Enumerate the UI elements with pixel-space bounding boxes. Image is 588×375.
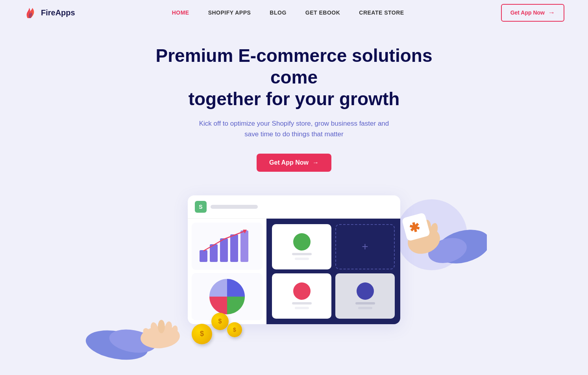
bar-chart-box (192, 223, 263, 270)
dashboard-card: S (188, 195, 400, 324)
hero-subtitle: Kick off to optimize your Shopify store,… (196, 118, 392, 139)
hero-cta-arrow: → (312, 159, 319, 166)
dashboard-header: S (188, 195, 400, 219)
nav-shopify-apps[interactable]: SHOPIFY APPS (208, 9, 251, 16)
nav-create-store[interactable]: CREATE STORE (359, 9, 404, 16)
app-card-line-6 (358, 307, 372, 309)
coin-3: $ (227, 322, 242, 337)
shopify-icon: S (195, 201, 207, 213)
app-card-line-1 (292, 253, 312, 255)
hand-right-illustration: ✱ (385, 207, 487, 278)
hero-cta-button[interactable]: Get App Now → (257, 154, 331, 172)
app-card-blue (335, 273, 395, 319)
green-circle (293, 233, 311, 251)
svg-rect-3 (230, 234, 238, 262)
right-panel: + (266, 219, 400, 324)
nav-blog[interactable]: BLOG (270, 9, 286, 16)
left-hand-svg (85, 286, 211, 365)
app-card-line-5 (355, 302, 375, 304)
navbar: FireApps HOME SHOPIFY APPS BLOG GET EBOO… (0, 0, 588, 25)
svg-point-19 (158, 320, 165, 333)
logo[interactable]: FireApps (24, 6, 75, 20)
nav-cta-button[interactable]: Get App Now → (501, 4, 564, 22)
app-card-line-3 (292, 302, 312, 304)
blue-circle (357, 282, 374, 300)
bar-chart-svg (196, 226, 259, 266)
pink-circle (293, 282, 311, 300)
hand-left-illustration (85, 286, 211, 365)
pie-chart-svg (207, 277, 247, 316)
dashboard-body: + (188, 219, 400, 324)
nav-get-ebook[interactable]: GET EBOOK (305, 9, 340, 16)
nav-home[interactable]: HOME (172, 9, 189, 16)
add-icon: + (362, 240, 368, 253)
nav-cta-arrow: → (548, 9, 555, 17)
app-card-pink (272, 273, 331, 319)
hero-title: Premium E-commerce solutions come togeth… (152, 45, 436, 110)
app-card-line-2 (295, 258, 309, 260)
svg-rect-2 (220, 238, 228, 262)
illustration-section: S (78, 195, 510, 365)
logo-icon (24, 6, 38, 20)
app-card-green (272, 224, 331, 269)
svg-rect-4 (240, 230, 248, 262)
app-card-line-4 (295, 307, 309, 309)
svg-rect-0 (200, 250, 207, 262)
hero-section: Premium E-commerce solutions come togeth… (0, 25, 588, 180)
nav-links: HOME SHOPIFY APPS BLOG GET EBOOK CREATE … (172, 9, 404, 16)
logo-text: FireApps (41, 8, 75, 17)
header-bar (211, 205, 258, 209)
right-hand-svg: ✱ (385, 207, 487, 278)
coin-1: $ (211, 313, 229, 330)
coin-2: $ (192, 324, 212, 344)
